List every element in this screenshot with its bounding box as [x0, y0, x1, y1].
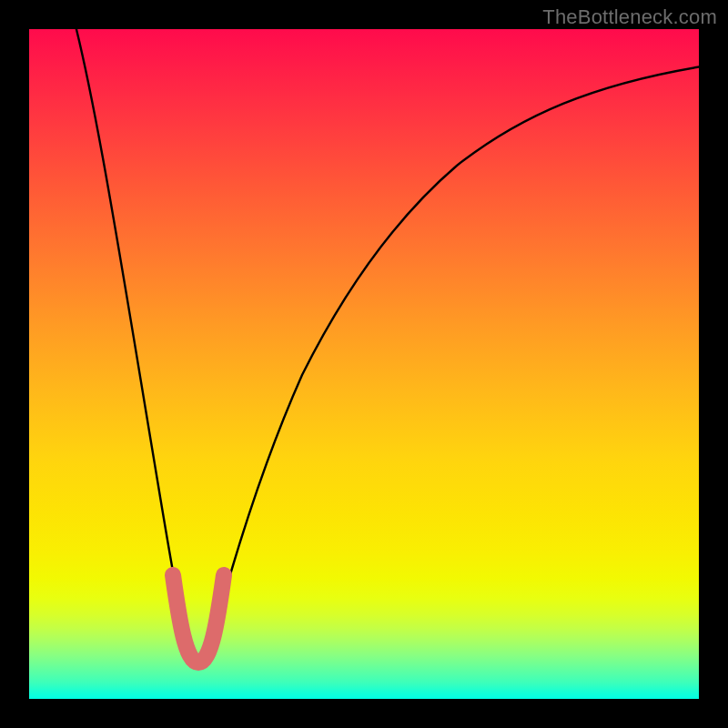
- chart-frame: TheBottleneck.com: [0, 0, 728, 728]
- plot-area: [29, 29, 699, 699]
- watermark-text: TheBottleneck.com: [542, 5, 717, 29]
- curve-layer: [29, 29, 699, 699]
- valley-highlight: [173, 575, 224, 662]
- bottleneck-curve: [69, 29, 699, 662]
